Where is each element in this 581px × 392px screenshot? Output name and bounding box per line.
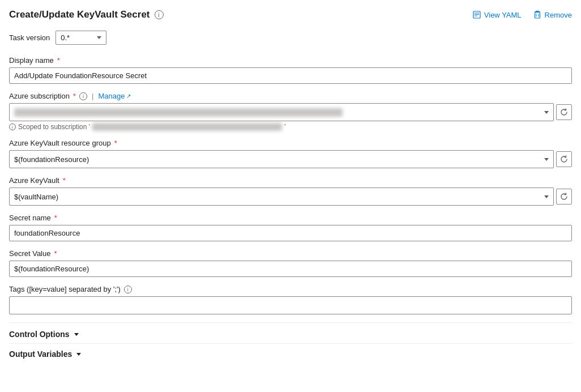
pipe-divider: | — [92, 92, 93, 100]
title-info-icon[interactable]: i — [155, 10, 164, 19]
display-name-field: Display name * — [9, 56, 572, 84]
azure-keyvault-value: $(vaultName) — [14, 193, 58, 201]
refresh-icon — [560, 108, 568, 116]
keyvault-resource-group-label: Azure KeyVault resource group — [9, 139, 111, 147]
header-actions: View YAML Remove — [472, 10, 572, 19]
azure-keyvault-chevron — [544, 195, 549, 198]
page-title-area: Create/Update KeyVault Secret i — [9, 9, 164, 20]
yaml-icon — [472, 10, 481, 19]
secret-value-input[interactable] — [9, 261, 572, 277]
azure-keyvault-dropdown-row: $(vaultName) — [9, 188, 572, 206]
scoped-subscription-value: ████████ ███████████ ██████ ███ ██ ███ — [92, 123, 282, 131]
control-options-section: Control Options — [9, 322, 572, 343]
keyvault-resource-group-dropdown-row: $(foundationResource) — [9, 150, 572, 168]
display-name-required: * — [57, 56, 60, 65]
display-name-label-row: Display name * — [9, 56, 572, 65]
output-variables-chevron — [76, 353, 81, 356]
secret-name-required: * — [54, 214, 57, 222]
keyvault-resource-group-required: * — [114, 139, 117, 147]
remove-label: Remove — [545, 11, 572, 19]
control-options-header[interactable]: Control Options — [9, 330, 572, 339]
task-version-select[interactable]: 0.* — [55, 31, 106, 45]
azure-keyvault-required: * — [63, 176, 66, 185]
task-version-row: Task version 0.* — [9, 31, 572, 45]
scoped-suffix: ' — [284, 123, 285, 131]
secret-name-label: Secret name — [9, 214, 51, 222]
azure-subscription-refresh-button[interactable] — [556, 104, 572, 120]
remove-icon — [533, 10, 542, 19]
task-version-value: 0.* — [61, 33, 70, 42]
azure-subscription-dropdown[interactable]: ████████ ███████ ███ █ ██ ████████ ████ … — [9, 103, 554, 121]
output-variables-section: Output Variables — [9, 343, 572, 364]
output-variables-title: Output Variables — [9, 350, 72, 359]
view-yaml-button[interactable]: View YAML — [472, 10, 522, 19]
page-header: Create/Update KeyVault Secret i View YAM… — [9, 9, 572, 20]
secret-name-label-row: Secret name * — [9, 214, 572, 222]
azure-subscription-required: * — [73, 92, 76, 100]
control-options-chevron — [74, 333, 79, 336]
svg-rect-6 — [535, 12, 540, 18]
secret-name-input[interactable] — [9, 225, 572, 241]
tags-field: Tags ([key=value] separated by ';') i — [9, 285, 572, 314]
tags-info-icon[interactable]: i — [124, 286, 132, 293]
azure-subscription-field: Azure subscription * i | Manage ↗ ██████… — [9, 92, 572, 131]
keyvault-resource-group-refresh-button[interactable] — [556, 151, 572, 167]
secret-value-field: Secret Value * — [9, 249, 572, 277]
task-version-chevron — [97, 36, 101, 39]
scoped-prefix: Scoped to subscription ' — [18, 123, 90, 131]
manage-link[interactable]: Manage ↗ — [98, 92, 131, 100]
keyvault-resource-group-value: $(foundationResource) — [14, 155, 89, 164]
view-yaml-label: View YAML — [484, 11, 522, 19]
keyvault-resource-group-field: Azure KeyVault resource group * $(founda… — [9, 139, 572, 168]
control-options-title: Control Options — [9, 330, 70, 339]
azure-keyvault-dropdown[interactable]: $(vaultName) — [9, 188, 554, 206]
refresh-icon-2 — [560, 155, 568, 163]
remove-button[interactable]: Remove — [533, 10, 572, 19]
azure-keyvault-refresh-button[interactable] — [556, 189, 572, 204]
keyvault-resource-group-chevron — [544, 158, 549, 161]
azure-subscription-chevron — [544, 111, 549, 114]
azure-subscription-value: ████████ ███████ ███ █ ██ ████████ ████ … — [14, 108, 343, 117]
circle-info-small: i — [9, 123, 16, 130]
azure-keyvault-label: Azure KeyVault — [9, 176, 59, 185]
azure-subscription-info-icon[interactable]: i — [79, 92, 87, 100]
secret-name-field: Secret name * — [9, 214, 572, 241]
secret-value-label: Secret Value — [9, 249, 50, 258]
output-variables-header[interactable]: Output Variables — [9, 350, 572, 359]
external-link-icon: ↗ — [126, 93, 131, 99]
tags-label-row: Tags ([key=value] separated by ';') i — [9, 285, 572, 293]
page-title: Create/Update KeyVault Secret — [9, 9, 150, 20]
azure-subscription-label: Azure subscription — [9, 92, 70, 100]
svg-rect-5 — [536, 11, 539, 11]
task-version-label: Task version — [9, 33, 50, 42]
secret-value-label-row: Secret Value * — [9, 249, 572, 258]
refresh-icon-3 — [560, 193, 568, 201]
secret-value-required: * — [54, 249, 57, 258]
manage-label: Manage — [98, 92, 125, 100]
keyvault-resource-group-dropdown[interactable]: $(foundationResource) — [9, 150, 554, 168]
display-name-input[interactable] — [9, 67, 572, 84]
tags-label: Tags ([key=value] separated by ';') — [9, 285, 121, 293]
azure-keyvault-field: Azure KeyVault * $(vaultName) — [9, 176, 572, 206]
azure-subscription-dropdown-row: ████████ ███████ ███ █ ██ ████████ ████ … — [9, 103, 572, 121]
scoped-subscription-text: i Scoped to subscription ' ████████ ████… — [9, 123, 572, 131]
azure-subscription-label-row: Azure subscription * i | Manage ↗ — [9, 92, 572, 100]
tags-input[interactable] — [9, 296, 572, 314]
keyvault-resource-group-label-row: Azure KeyVault resource group * — [9, 139, 572, 147]
azure-keyvault-label-row: Azure KeyVault * — [9, 176, 572, 185]
display-name-label: Display name — [9, 56, 54, 65]
